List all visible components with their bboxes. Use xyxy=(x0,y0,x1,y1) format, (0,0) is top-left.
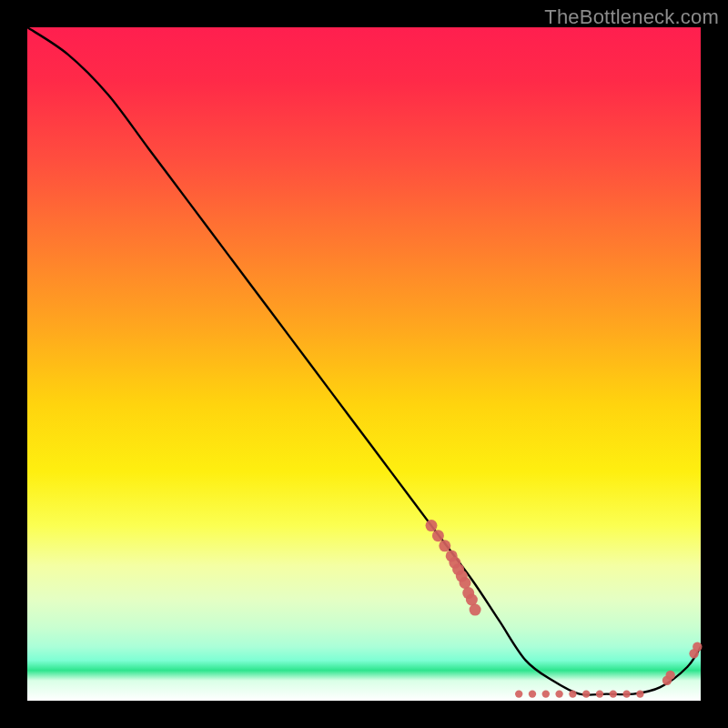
data-marker xyxy=(439,540,450,551)
markers-rising xyxy=(662,642,703,685)
data-marker xyxy=(432,530,444,541)
data-marker xyxy=(470,604,481,616)
plot-area xyxy=(27,27,701,701)
data-marker xyxy=(466,594,478,606)
chart-svg xyxy=(27,27,701,701)
data-marker xyxy=(693,642,702,652)
data-marker xyxy=(666,671,675,680)
data-marker xyxy=(460,577,471,589)
chart-frame: TheBottleneck.com xyxy=(0,0,728,728)
data-marker xyxy=(542,690,550,697)
data-marker xyxy=(582,690,590,697)
data-marker xyxy=(426,520,438,531)
watermark-text: TheBottleneck.com xyxy=(544,5,719,29)
data-marker xyxy=(555,690,562,697)
data-marker xyxy=(622,690,630,697)
data-marker xyxy=(529,690,536,697)
data-marker xyxy=(515,690,522,697)
data-marker xyxy=(610,690,617,697)
data-marker xyxy=(596,690,603,697)
markers-descending xyxy=(426,520,481,616)
data-marker xyxy=(636,690,643,697)
bottleneck-curve-line xyxy=(27,27,701,695)
data-marker xyxy=(569,690,576,697)
